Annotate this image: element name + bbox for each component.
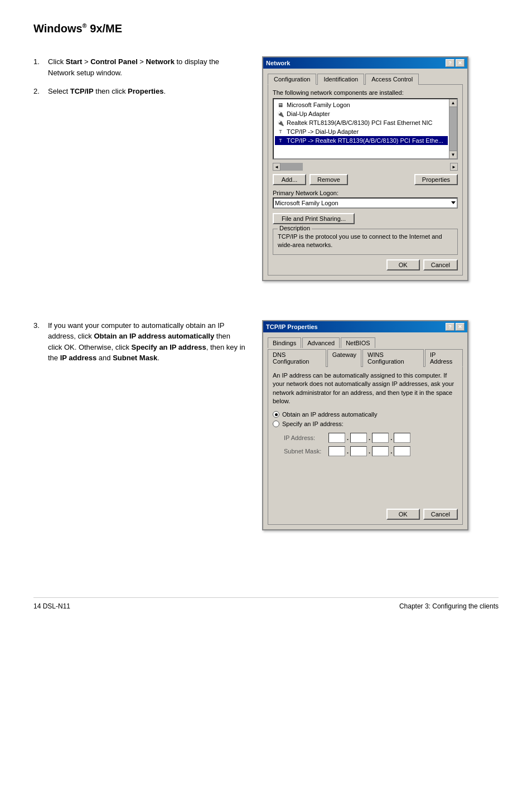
tcpip-dialog: TCP/IP Properties ? ✕ Bindings Advanced … [262,320,468,531]
footer-left: 14 DSL-N11 [33,602,70,610]
step-3: 3. If you want your computer to automati… [33,320,245,364]
subnet-seg-4[interactable] [394,446,410,456]
tab-netbios[interactable]: NetBIOS [341,337,375,348]
network-list-label: The following network components are ins… [273,89,458,96]
help-button[interactable]: ? [446,59,454,67]
footer-right: Chapter 3: Configuring the clients [399,602,499,610]
network-dialog-title: Network [266,60,290,66]
subnet-seg-1[interactable] [328,446,345,456]
network-dialog: Network ? ✕ Configuration Identification… [262,56,468,281]
subnet-mask-row: Subnet Mask: . . . [284,446,458,456]
ip-address-row: IP Address: . . . [284,433,458,443]
properties-button[interactable]: Properties [414,174,458,185]
radio-auto-label[interactable]: Obtain an IP address automatically [282,411,377,418]
tab-access-control[interactable]: Access Control [365,74,419,85]
radio-specify-container: Specify an IP address: [273,421,458,427]
list-item-3: T TCP/IP -> Dial-Up Adapter [275,127,448,136]
tcpip-title: TCP/IP Properties [266,323,318,330]
primary-logon-dropdown[interactable]: Microsoft Family Logon [273,197,458,209]
primary-logon-label: Primary Network Logon: [273,190,458,196]
page-content: Windows® 9x/ME 1. Click Start > Control … [33,22,499,610]
network-tabs: Configuration Identification Access Cont… [268,73,463,84]
subnet-mask-input[interactable]: . . . [328,446,410,456]
section-1-text: 1. Click Start > Control Panel > Network… [33,56,245,105]
list-item-1: 🔌 Dial-Up Adapter [275,109,448,118]
radio-specify[interactable] [273,421,279,427]
tab-identification[interactable]: Identification [317,74,364,85]
remove-button[interactable]: Remove [309,174,348,185]
tab-dns-configuration[interactable]: DNS Configuration [268,349,326,367]
network-dialog-body: Configuration Identification Access Cont… [263,69,467,280]
file-print-container: File and Print Sharing... [273,213,458,224]
list-item-2: 🔌 Realtek RTL8139(A/B/C/8130) PCI Fast E… [275,118,448,127]
subnet-seg-2[interactable] [350,446,367,456]
tcpip-close-button[interactable]: ✕ [456,323,465,331]
subnet-mask-label: Subnet Mask: [284,448,328,455]
section-2: 3. If you want your computer to automati… [33,320,499,531]
tab-gateway[interactable]: Gateway [327,349,361,367]
network-tab-content: The following network components are ins… [268,84,463,276]
radio-auto-container: Obtain an IP address automatically [273,411,458,418]
step-1: 1. Click Start > Control Panel > Network… [33,56,245,78]
section-2-text: 3. If you want your computer to automati… [33,320,245,371]
network-ok-button[interactable]: OK [386,259,420,270]
tab-bindings[interactable]: Bindings [268,337,301,348]
scroll-down-arrow[interactable]: ▼ [449,151,457,158]
network-cancel-button[interactable]: Cancel [423,259,458,270]
ip-address-input[interactable]: . . . [328,433,410,443]
ip-seg-3[interactable] [372,433,389,443]
page-spacer [33,553,499,597]
tab-advanced[interactable]: Advanced [302,337,340,348]
listbox-scrollbar[interactable]: ▲ ▼ [449,99,457,158]
close-button[interactable]: ✕ [456,59,465,67]
scroll-left-arrow[interactable]: ◄ [273,163,280,171]
horiz-track [303,163,450,171]
tcpip-body: Bindings Advanced NetBIOS DNS Configurat… [263,332,467,530]
add-button[interactable]: Add... [273,174,306,185]
tab-ip-address[interactable]: IP Address [425,349,463,367]
tcp-icon-2: T [277,137,284,144]
step-2: 2. Select TCP/IP then click Properties. [33,86,245,97]
network-ok-cancel: OK Cancel [273,259,458,270]
tcpip-inner-spacer [273,460,458,504]
page-title: Windows® 9x/ME [33,22,499,35]
tcpip-cancel-button[interactable]: Cancel [423,509,458,520]
radio-specify-label[interactable]: Specify an IP address: [282,421,344,427]
network-listbox[interactable]: 🖥 Microsoft Family Logon 🔌 Dial-Up Adapt… [273,98,458,160]
tcpip-tab-content: An IP address can be automatically assig… [268,366,463,525]
tcpip-ok-cancel: OK Cancel [273,509,458,520]
network-btn-row: Add... Remove Properties [273,174,458,185]
radio-auto[interactable] [273,411,279,418]
ip-address-label: IP Address: [284,434,328,441]
file-print-sharing-button[interactable]: File and Print Sharing... [273,213,355,224]
tcpip-info-text: An IP address can be automatically assig… [273,371,458,406]
description-text: TCP/IP is the protocol you use to connec… [278,233,453,250]
computer-icon: 🖥 [277,101,284,109]
tcpip-help-button[interactable]: ? [446,323,454,331]
tcp-icon-1: T [277,128,284,136]
scroll-right-arrow[interactable]: ► [450,163,458,171]
tcpip-tabs-row2: DNS Configuration Gateway WINS Configura… [268,349,463,366]
network-listbox-container: 🖥 Microsoft Family Logon 🔌 Dial-Up Adapt… [273,98,458,160]
steps-list-1: 1. Click Start > Control Panel > Network… [33,56,245,97]
dropdown-arrow [451,201,456,206]
scroll-up-arrow[interactable]: ▲ [449,99,457,107]
ip-seg-2[interactable] [350,433,367,443]
steps-list-2: 3. If you want your computer to automati… [33,320,245,364]
ip-seg-1[interactable] [328,433,345,443]
description-label: Description [278,225,312,231]
description-box: Description TCP/IP is the protocol you u… [273,229,458,255]
tab-wins-configuration[interactable]: WINS Configuration [362,349,424,367]
horiz-thumb [280,163,303,171]
tcpip-titlebar-buttons: ? ✕ [446,323,465,331]
ip-seg-4[interactable] [394,433,410,443]
horiz-scrollbar[interactable]: ◄ ► [273,163,458,171]
spacer [33,303,499,320]
titlebar-buttons: ? ✕ [446,59,465,67]
adapter-icon-1: 🔌 [277,110,284,118]
adapter-icon-2: 🔌 [277,119,284,127]
tcpip-ok-button[interactable]: OK [386,509,420,520]
list-item-4[interactable]: T TCP/IP -> Realtek RTL8139(A/B/C/8130) … [275,136,448,145]
subnet-seg-3[interactable] [372,446,389,456]
tab-configuration[interactable]: Configuration [268,74,316,85]
